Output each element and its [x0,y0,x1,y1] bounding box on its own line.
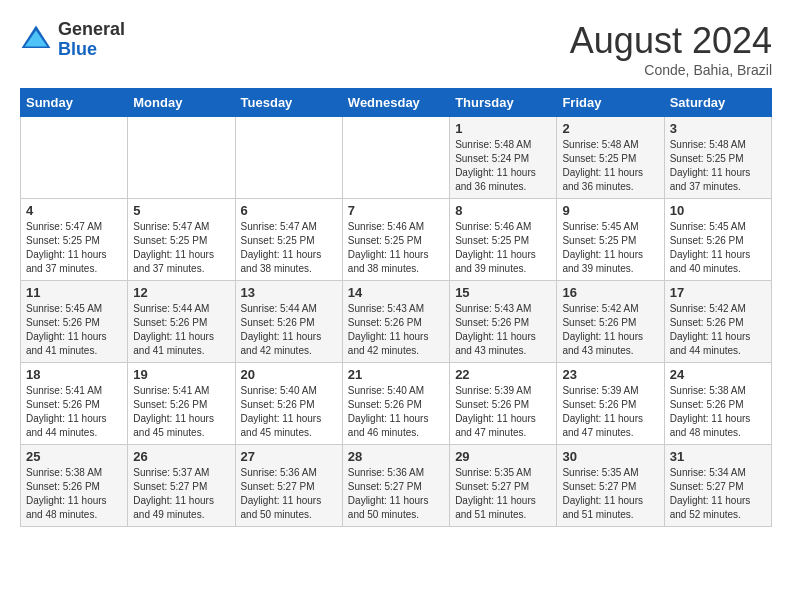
day-number: 13 [241,285,337,300]
day-number: 16 [562,285,658,300]
calendar-cell: 21Sunrise: 5:40 AM Sunset: 5:26 PM Dayli… [342,363,449,445]
day-header-sunday: Sunday [21,89,128,117]
calendar-cell: 30Sunrise: 5:35 AM Sunset: 5:27 PM Dayli… [557,445,664,527]
day-info: Sunrise: 5:35 AM Sunset: 5:27 PM Dayligh… [455,466,551,522]
calendar-cell: 14Sunrise: 5:43 AM Sunset: 5:26 PM Dayli… [342,281,449,363]
day-headers: SundayMondayTuesdayWednesdayThursdayFrid… [21,89,772,117]
page-header: General Blue August 2024 Conde, Bahia, B… [20,20,772,78]
month-title: August 2024 [570,20,772,62]
day-number: 20 [241,367,337,382]
day-info: Sunrise: 5:44 AM Sunset: 5:26 PM Dayligh… [133,302,229,358]
day-number: 8 [455,203,551,218]
calendar-cell: 16Sunrise: 5:42 AM Sunset: 5:26 PM Dayli… [557,281,664,363]
day-number: 23 [562,367,658,382]
day-number: 21 [348,367,444,382]
day-info: Sunrise: 5:45 AM Sunset: 5:25 PM Dayligh… [562,220,658,276]
day-info: Sunrise: 5:35 AM Sunset: 5:27 PM Dayligh… [562,466,658,522]
calendar-cell: 9Sunrise: 5:45 AM Sunset: 5:25 PM Daylig… [557,199,664,281]
calendar-cell: 6Sunrise: 5:47 AM Sunset: 5:25 PM Daylig… [235,199,342,281]
day-number: 24 [670,367,766,382]
week-row-1: 1Sunrise: 5:48 AM Sunset: 5:24 PM Daylig… [21,117,772,199]
day-header-tuesday: Tuesday [235,89,342,117]
day-header-friday: Friday [557,89,664,117]
day-number: 10 [670,203,766,218]
day-info: Sunrise: 5:47 AM Sunset: 5:25 PM Dayligh… [26,220,122,276]
day-info: Sunrise: 5:43 AM Sunset: 5:26 PM Dayligh… [455,302,551,358]
calendar-cell: 18Sunrise: 5:41 AM Sunset: 5:26 PM Dayli… [21,363,128,445]
day-info: Sunrise: 5:48 AM Sunset: 5:25 PM Dayligh… [670,138,766,194]
day-header-wednesday: Wednesday [342,89,449,117]
day-number: 15 [455,285,551,300]
day-number: 25 [26,449,122,464]
day-info: Sunrise: 5:48 AM Sunset: 5:24 PM Dayligh… [455,138,551,194]
day-number: 19 [133,367,229,382]
day-info: Sunrise: 5:46 AM Sunset: 5:25 PM Dayligh… [348,220,444,276]
day-header-saturday: Saturday [664,89,771,117]
day-info: Sunrise: 5:42 AM Sunset: 5:26 PM Dayligh… [562,302,658,358]
calendar-cell: 31Sunrise: 5:34 AM Sunset: 5:27 PM Dayli… [664,445,771,527]
day-info: Sunrise: 5:34 AM Sunset: 5:27 PM Dayligh… [670,466,766,522]
day-number: 7 [348,203,444,218]
calendar-cell [235,117,342,199]
logo: General Blue [20,20,125,60]
day-number: 31 [670,449,766,464]
day-info: Sunrise: 5:48 AM Sunset: 5:25 PM Dayligh… [562,138,658,194]
calendar-cell [342,117,449,199]
day-info: Sunrise: 5:47 AM Sunset: 5:25 PM Dayligh… [133,220,229,276]
day-number: 28 [348,449,444,464]
calendar-cell: 23Sunrise: 5:39 AM Sunset: 5:26 PM Dayli… [557,363,664,445]
day-number: 1 [455,121,551,136]
day-number: 11 [26,285,122,300]
day-number: 18 [26,367,122,382]
calendar-cell: 13Sunrise: 5:44 AM Sunset: 5:26 PM Dayli… [235,281,342,363]
calendar-cell: 4Sunrise: 5:47 AM Sunset: 5:25 PM Daylig… [21,199,128,281]
day-number: 3 [670,121,766,136]
calendar-cell: 22Sunrise: 5:39 AM Sunset: 5:26 PM Dayli… [450,363,557,445]
day-number: 27 [241,449,337,464]
day-info: Sunrise: 5:40 AM Sunset: 5:26 PM Dayligh… [241,384,337,440]
day-info: Sunrise: 5:39 AM Sunset: 5:26 PM Dayligh… [562,384,658,440]
logo-text: General Blue [58,20,125,60]
day-info: Sunrise: 5:45 AM Sunset: 5:26 PM Dayligh… [670,220,766,276]
day-info: Sunrise: 5:44 AM Sunset: 5:26 PM Dayligh… [241,302,337,358]
calendar-cell: 24Sunrise: 5:38 AM Sunset: 5:26 PM Dayli… [664,363,771,445]
title-section: August 2024 Conde, Bahia, Brazil [570,20,772,78]
day-number: 2 [562,121,658,136]
day-info: Sunrise: 5:46 AM Sunset: 5:25 PM Dayligh… [455,220,551,276]
day-header-thursday: Thursday [450,89,557,117]
day-info: Sunrise: 5:40 AM Sunset: 5:26 PM Dayligh… [348,384,444,440]
week-row-4: 18Sunrise: 5:41 AM Sunset: 5:26 PM Dayli… [21,363,772,445]
logo-icon [20,24,52,56]
calendar-cell: 7Sunrise: 5:46 AM Sunset: 5:25 PM Daylig… [342,199,449,281]
calendar-cell: 10Sunrise: 5:45 AM Sunset: 5:26 PM Dayli… [664,199,771,281]
day-info: Sunrise: 5:43 AM Sunset: 5:26 PM Dayligh… [348,302,444,358]
day-info: Sunrise: 5:47 AM Sunset: 5:25 PM Dayligh… [241,220,337,276]
day-info: Sunrise: 5:37 AM Sunset: 5:27 PM Dayligh… [133,466,229,522]
day-info: Sunrise: 5:41 AM Sunset: 5:26 PM Dayligh… [133,384,229,440]
calendar-cell: 28Sunrise: 5:36 AM Sunset: 5:27 PM Dayli… [342,445,449,527]
day-header-monday: Monday [128,89,235,117]
day-info: Sunrise: 5:36 AM Sunset: 5:27 PM Dayligh… [348,466,444,522]
calendar-cell: 2Sunrise: 5:48 AM Sunset: 5:25 PM Daylig… [557,117,664,199]
calendar-cell [21,117,128,199]
calendar-cell: 29Sunrise: 5:35 AM Sunset: 5:27 PM Dayli… [450,445,557,527]
calendar-cell: 19Sunrise: 5:41 AM Sunset: 5:26 PM Dayli… [128,363,235,445]
calendar-cell: 17Sunrise: 5:42 AM Sunset: 5:26 PM Dayli… [664,281,771,363]
day-number: 30 [562,449,658,464]
day-info: Sunrise: 5:42 AM Sunset: 5:26 PM Dayligh… [670,302,766,358]
calendar-cell: 27Sunrise: 5:36 AM Sunset: 5:27 PM Dayli… [235,445,342,527]
day-number: 6 [241,203,337,218]
calendar-cell: 25Sunrise: 5:38 AM Sunset: 5:26 PM Dayli… [21,445,128,527]
day-info: Sunrise: 5:39 AM Sunset: 5:26 PM Dayligh… [455,384,551,440]
calendar-cell: 1Sunrise: 5:48 AM Sunset: 5:24 PM Daylig… [450,117,557,199]
day-number: 12 [133,285,229,300]
calendar-table: SundayMondayTuesdayWednesdayThursdayFrid… [20,88,772,527]
day-number: 4 [26,203,122,218]
day-number: 9 [562,203,658,218]
calendar-cell: 20Sunrise: 5:40 AM Sunset: 5:26 PM Dayli… [235,363,342,445]
calendar-cell: 15Sunrise: 5:43 AM Sunset: 5:26 PM Dayli… [450,281,557,363]
day-number: 14 [348,285,444,300]
day-number: 22 [455,367,551,382]
calendar-cell: 12Sunrise: 5:44 AM Sunset: 5:26 PM Dayli… [128,281,235,363]
day-info: Sunrise: 5:36 AM Sunset: 5:27 PM Dayligh… [241,466,337,522]
